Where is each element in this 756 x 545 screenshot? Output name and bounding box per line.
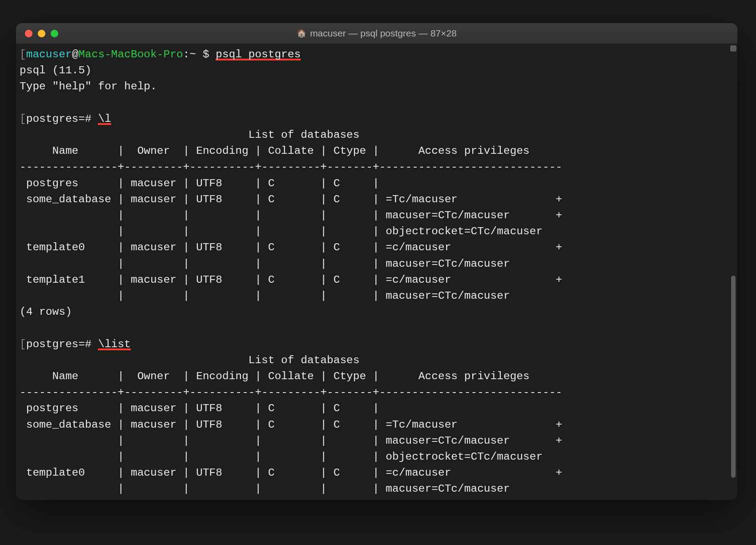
minimize-icon[interactable] bbox=[38, 30, 45, 37]
scrollbar-top-icon[interactable] bbox=[730, 45, 736, 52]
terminal-window: 🏠 macuser — psql postgres — 87×28 [macus… bbox=[16, 23, 737, 500]
table1-header: Name | Owner | Encoding | Collate | Ctyp… bbox=[20, 145, 562, 157]
table2-header: Name | Owner | Encoding | Collate | Ctyp… bbox=[20, 370, 562, 382]
traffic-lights bbox=[25, 30, 58, 37]
command-list-long: \list bbox=[98, 338, 131, 350]
table2-divider: ---------------+---------+----------+---… bbox=[20, 386, 562, 398]
table-row: | | | | | macuser=CTc/macuser + bbox=[20, 435, 562, 447]
table-row: | | | | | objectrocket=CTc/macuser bbox=[20, 225, 543, 237]
prompt-user: macuser bbox=[26, 48, 72, 60]
table-row: | | | | | macuser=CTc/macuser + bbox=[20, 209, 562, 221]
terminal-content[interactable]: [macuser@Macs-MacBook-Pro:~ $ psql postg… bbox=[16, 44, 737, 497]
table1-footer: (4 rows) bbox=[20, 306, 72, 318]
table-row: template0 | macuser | UTF8 | C | C | =c/… bbox=[20, 467, 562, 479]
table-row: template1 | macuser | UTF8 | C | C | =c/… bbox=[20, 274, 562, 286]
titlebar[interactable]: 🏠 macuser — psql postgres — 87×28 bbox=[16, 23, 737, 44]
table-row: | | | | | macuser=CTc/macuser bbox=[20, 483, 510, 495]
window-title: 🏠 macuser — psql postgres — 87×28 bbox=[16, 28, 737, 39]
window-title-text: macuser — psql postgres — 87×28 bbox=[310, 28, 457, 39]
zoom-icon[interactable] bbox=[51, 30, 58, 37]
psql-prompt-db: postgres bbox=[26, 113, 79, 125]
command-psql: psql postgres bbox=[216, 48, 301, 60]
psql-version: psql (11.5) bbox=[20, 64, 92, 76]
table-row: | | | | | macuser=CTc/macuser bbox=[20, 258, 510, 270]
close-icon[interactable] bbox=[25, 30, 32, 37]
psql-help-hint: Type "help" for help. bbox=[20, 80, 157, 92]
table-row: template0 | macuser | UTF8 | C | C | =c/… bbox=[20, 241, 562, 253]
scrollbar-thumb[interactable] bbox=[731, 276, 736, 478]
command-list-short: \l bbox=[98, 113, 111, 125]
table-row: some_database | macuser | UTF8 | C | C |… bbox=[20, 419, 562, 431]
table1-title: List of databases bbox=[20, 129, 360, 141]
scrollbar-track[interactable] bbox=[729, 44, 736, 500]
table-row: postgres | macuser | UTF8 | C | C | bbox=[20, 177, 386, 189]
table-row: postgres | macuser | UTF8 | C | C | bbox=[20, 402, 386, 414]
psql-prompt-sym: =# bbox=[78, 338, 91, 350]
table-row: | | | | | objectrocket=CTc/macuser bbox=[20, 451, 543, 463]
table-row: some_database | macuser | UTF8 | C | C |… bbox=[20, 193, 562, 205]
table-row: | | | | | macuser=CTc/macuser bbox=[20, 290, 510, 302]
psql-prompt-sym: =# bbox=[78, 113, 91, 125]
terminal-output[interactable]: [macuser@Macs-MacBook-Pro:~ $ psql postg… bbox=[16, 44, 737, 497]
home-icon: 🏠 bbox=[297, 28, 306, 38]
psql-prompt-db: postgres bbox=[26, 338, 79, 350]
table2-title: List of databases bbox=[20, 354, 360, 366]
prompt-host: Macs-MacBook-Pro bbox=[78, 48, 183, 60]
table1-divider: ---------------+---------+----------+---… bbox=[20, 161, 562, 173]
prompt-dir: ~ bbox=[189, 48, 196, 60]
